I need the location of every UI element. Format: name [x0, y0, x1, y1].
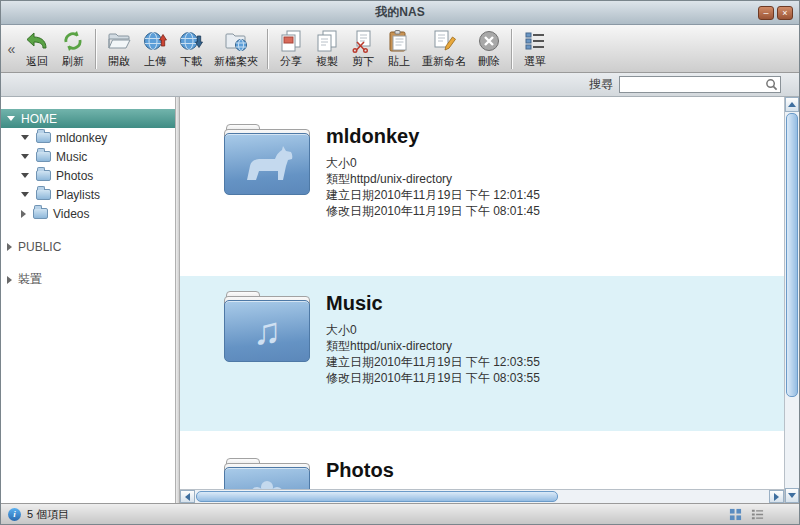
- arrow-down-icon: [788, 493, 796, 498]
- item-count-text: 5 個項目: [27, 507, 69, 522]
- chevron-down-icon: [21, 173, 29, 178]
- open-folder-icon: [107, 28, 131, 53]
- info-icon: i: [8, 508, 21, 521]
- search-label: 搜尋: [589, 76, 613, 93]
- sidebar-item-mldonkey[interactable]: mldonkey: [1, 128, 175, 147]
- horizontal-scrollbar[interactable]: [180, 489, 784, 503]
- cut-icon: [351, 28, 375, 53]
- toolbar-button-label: 刪除: [478, 54, 500, 69]
- sidebar-item-label: HOME: [21, 112, 57, 126]
- nas-window: 我的NAS – × « 返回 刷新 開啟 上傳 下載: [0, 0, 800, 525]
- download-button[interactable]: 下載: [173, 26, 209, 71]
- horizontal-scroll-thumb[interactable]: [196, 491, 558, 502]
- close-button[interactable]: ×: [777, 6, 793, 20]
- folder-body: [224, 467, 310, 489]
- file-created: 建立日期2010年11月19日 下午 12:01:45: [326, 187, 540, 203]
- open-button[interactable]: 開啟: [101, 26, 137, 71]
- toolbar-separator: [511, 29, 513, 69]
- folder-body: ♫: [224, 300, 310, 362]
- titlebar: 我的NAS – ×: [1, 1, 799, 25]
- type-label: 類型: [326, 339, 350, 353]
- sidebar-item-public[interactable]: PUBLIC: [1, 237, 175, 256]
- scroll-down-button[interactable]: [785, 488, 799, 503]
- upload-button[interactable]: 上傳: [137, 26, 173, 71]
- type-value: httpd/unix-directory: [350, 172, 452, 186]
- delete-icon: [477, 28, 501, 53]
- sidebar-item-devices[interactable]: 裝置: [1, 270, 175, 289]
- size-value: 0: [350, 323, 357, 337]
- file-size: 大小0: [326, 155, 540, 171]
- download-globe-icon: [179, 28, 203, 53]
- sidebar-item-videos[interactable]: Videos: [1, 204, 175, 223]
- sidebar-item-label: Music: [56, 150, 87, 164]
- statusbar: i 5 個項目: [1, 503, 799, 524]
- menu-button[interactable]: 選單: [517, 26, 553, 71]
- modified-label: 修改日期: [326, 204, 374, 218]
- created-value: 2010年11月19日 下午 12:03:55: [374, 355, 540, 369]
- chevron-right-icon: [21, 210, 26, 218]
- sidebar-item-home[interactable]: HOME: [1, 109, 175, 128]
- file-name: Music: [326, 292, 540, 315]
- sidebar-item-photos[interactable]: Photos: [1, 166, 175, 185]
- toolbar-button-label: 複製: [316, 54, 338, 69]
- vertical-scroll-thumb[interactable]: [786, 113, 798, 397]
- toolbar-button-label: 刷新: [62, 54, 84, 69]
- photos-folder-icon: [224, 467, 310, 489]
- file-list: mldonkey 大小0 類型httpd/unix-directory 建立日期…: [180, 97, 784, 489]
- file-item-music[interactable]: ♫ Music 大小0 類型httpd/unix-directory 建立日期2…: [180, 276, 784, 431]
- arrow-left-icon: [185, 493, 190, 501]
- toolbar-button-label: 開啟: [108, 54, 130, 69]
- share-icon: [279, 28, 303, 53]
- toolbar-collapse-button[interactable]: «: [4, 41, 19, 57]
- size-label: 大小: [326, 156, 350, 170]
- folder-icon: [36, 189, 51, 200]
- minimize-button[interactable]: –: [758, 6, 774, 20]
- scroll-left-button[interactable]: [180, 490, 195, 503]
- grid-view-icon[interactable]: [729, 508, 742, 521]
- chevron-right-icon: [7, 243, 12, 251]
- search-icon[interactable]: [765, 78, 778, 91]
- vertical-scrollbar[interactable]: [784, 97, 799, 503]
- size-value: 0: [350, 156, 357, 170]
- modified-value: 2010年11月19日 下午 08:01:45: [374, 204, 540, 218]
- chevron-down-icon: [21, 154, 29, 159]
- rename-button[interactable]: 重新命名: [417, 26, 471, 71]
- scroll-right-button[interactable]: [769, 490, 784, 503]
- refresh-button[interactable]: 刷新: [55, 26, 91, 71]
- arrow-up-icon: [788, 102, 796, 107]
- window-title: 我的NAS: [1, 4, 799, 21]
- copy-button[interactable]: 複製: [309, 26, 345, 71]
- share-button[interactable]: 分享: [273, 26, 309, 71]
- delete-button[interactable]: 刪除: [471, 26, 507, 71]
- scroll-track[interactable]: [785, 398, 799, 488]
- sidebar-item-playlists[interactable]: Playlists: [1, 185, 175, 204]
- file-type: 類型httpd/unix-directory: [326, 338, 540, 354]
- toolbar-button-label: 返回: [26, 54, 48, 69]
- file-item-photos[interactable]: Photos 大小0 類型httpd/unix-directory: [180, 443, 784, 489]
- scroll-track[interactable]: [559, 490, 769, 503]
- sidebar-item-label: Playlists: [56, 188, 100, 202]
- main-area: HOME mldonkey Music Photos Playlists: [1, 97, 799, 503]
- sidebar-item-label: 裝置: [18, 271, 42, 288]
- search-input[interactable]: [623, 78, 765, 91]
- window-controls: – ×: [758, 6, 799, 20]
- back-button[interactable]: 返回: [19, 26, 55, 71]
- created-label: 建立日期: [326, 188, 374, 202]
- sidebar-item-music[interactable]: Music: [1, 147, 175, 166]
- view-mode-switcher: [729, 508, 792, 521]
- menu-icon: [523, 28, 547, 53]
- toolbar-separator: [95, 29, 97, 69]
- paste-icon: [387, 28, 411, 53]
- cut-button[interactable]: 剪下: [345, 26, 381, 71]
- new-folder-button[interactable]: 新檔案夾: [209, 26, 263, 71]
- refresh-icon: [61, 28, 85, 53]
- sidebar-item-label: mldonkey: [56, 131, 107, 145]
- rename-icon: [432, 28, 456, 53]
- list-view-icon[interactable]: [751, 508, 764, 521]
- type-label: 類型: [326, 172, 350, 186]
- sidebar-item-label: Videos: [53, 207, 89, 221]
- paste-button[interactable]: 貼上: [381, 26, 417, 71]
- file-item-mldonkey[interactable]: mldonkey 大小0 類型httpd/unix-directory 建立日期…: [180, 109, 784, 264]
- modified-value: 2010年11月19日 下午 08:03:55: [374, 371, 540, 385]
- scroll-up-button[interactable]: [785, 97, 799, 112]
